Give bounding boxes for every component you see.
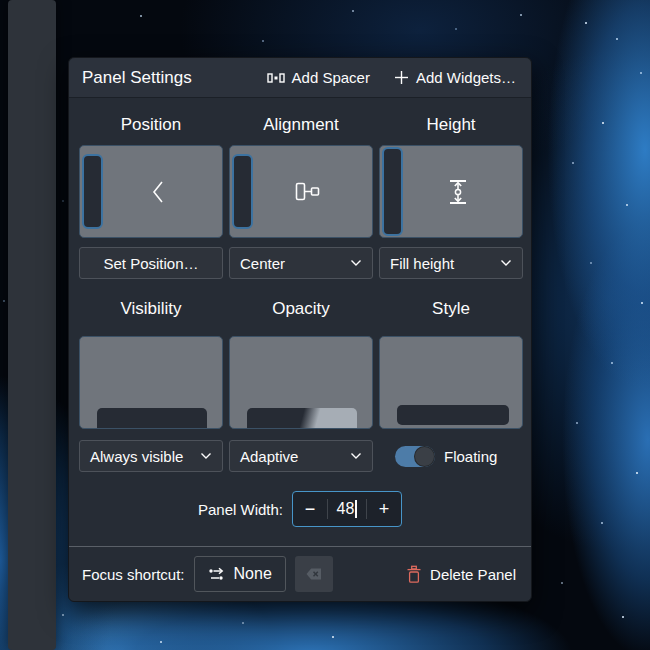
dialog-body: Position Alignment Height bbox=[69, 98, 531, 527]
alignment-combobox[interactable]: Center bbox=[229, 247, 373, 279]
increment-button[interactable]: + bbox=[367, 492, 401, 526]
height-combobox[interactable]: Fill height bbox=[379, 247, 523, 279]
panel-width-value: 48 bbox=[337, 500, 355, 518]
trash-icon bbox=[406, 565, 422, 584]
add-spacer-button[interactable]: Add Spacer bbox=[265, 65, 372, 90]
set-position-label: Set Position… bbox=[103, 255, 198, 272]
spacer-icon bbox=[267, 71, 285, 85]
backspace-icon bbox=[305, 567, 323, 581]
chevron-left-icon bbox=[80, 146, 222, 237]
floating-toggle-cell: Floating bbox=[379, 440, 523, 472]
opacity-preview bbox=[229, 336, 373, 429]
dialog-footer: Focus shortcut: None bbox=[69, 546, 531, 601]
delete-panel-label: Delete Panel bbox=[430, 566, 516, 583]
set-position-button[interactable]: Set Position… bbox=[79, 247, 223, 279]
panel-width-label: Panel Width: bbox=[198, 501, 283, 518]
position-label: Position bbox=[79, 106, 223, 145]
height-value: Fill height bbox=[390, 255, 454, 272]
text-caret bbox=[355, 500, 357, 518]
header-actions: Add Spacer Add Widgets… bbox=[265, 65, 518, 90]
shortcut-slider-icon bbox=[208, 566, 225, 582]
panel-settings-dialog: Panel Settings Add Spacer bbox=[68, 57, 532, 602]
add-widgets-label: Add Widgets… bbox=[416, 69, 516, 86]
align-center-icon bbox=[230, 146, 372, 237]
wallpaper-stars bbox=[0, 0, 2, 2]
chevron-down-icon bbox=[200, 452, 212, 460]
style-preview-panel bbox=[397, 405, 509, 425]
position-preview bbox=[79, 145, 223, 238]
focus-shortcut-value: None bbox=[234, 565, 272, 583]
toggle-knob bbox=[414, 446, 435, 467]
chevron-down-icon bbox=[500, 259, 512, 267]
visibility-label: Visibility bbox=[79, 279, 223, 336]
alignment-preview bbox=[229, 145, 373, 238]
dialog-header: Panel Settings Add Spacer bbox=[69, 58, 531, 98]
style-preview bbox=[379, 336, 523, 429]
delete-panel-button[interactable]: Delete Panel bbox=[404, 563, 518, 586]
height-preview bbox=[379, 145, 523, 238]
style-label: Style bbox=[379, 279, 523, 336]
alignment-value: Center bbox=[240, 255, 285, 272]
clear-shortcut-button[interactable] bbox=[295, 556, 333, 592]
focus-shortcut-label: Focus shortcut: bbox=[82, 566, 185, 583]
visibility-combobox[interactable]: Always visible bbox=[79, 440, 223, 472]
opacity-combobox[interactable]: Adaptive bbox=[229, 440, 373, 472]
fit-height-icon bbox=[380, 146, 522, 237]
alignment-label: Alignment bbox=[229, 106, 373, 145]
opacity-label: Opacity bbox=[229, 279, 373, 336]
visibility-preview-panel bbox=[97, 408, 207, 428]
opacity-preview-panel bbox=[247, 408, 357, 428]
decrement-button[interactable]: − bbox=[293, 492, 327, 526]
chevron-down-icon bbox=[350, 452, 362, 460]
add-spacer-label: Add Spacer bbox=[292, 69, 370, 86]
desktop-panel[interactable] bbox=[8, 0, 56, 650]
focus-shortcut-button[interactable]: None bbox=[194, 556, 286, 592]
height-label: Height bbox=[379, 106, 523, 145]
panel-width-spinbox: − 48 + bbox=[292, 491, 402, 527]
panel-width-input[interactable]: 48 bbox=[328, 492, 366, 526]
opacity-value: Adaptive bbox=[240, 448, 298, 465]
chevron-down-icon bbox=[350, 259, 362, 267]
floating-toggle[interactable] bbox=[395, 446, 435, 467]
panel-width-row: Panel Width: − 48 + bbox=[79, 491, 521, 527]
page-title: Panel Settings bbox=[82, 68, 192, 88]
visibility-preview bbox=[79, 336, 223, 429]
floating-label: Floating bbox=[444, 448, 497, 465]
plus-icon bbox=[394, 70, 409, 85]
desktop: Panel Settings Add Spacer bbox=[0, 0, 650, 650]
visibility-value: Always visible bbox=[90, 448, 183, 465]
add-widgets-button[interactable]: Add Widgets… bbox=[392, 65, 518, 90]
